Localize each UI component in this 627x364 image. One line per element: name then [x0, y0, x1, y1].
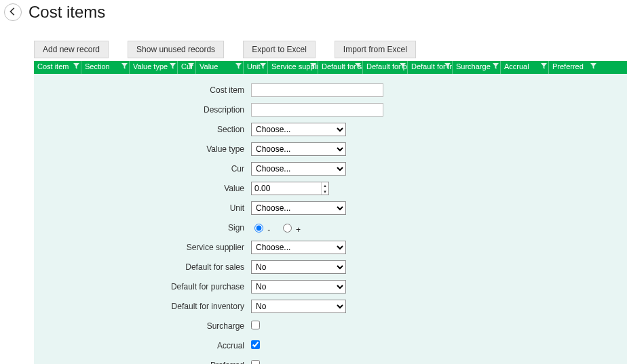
filter-icon[interactable] [310, 63, 316, 69]
spin-up-icon[interactable]: ▲ [322, 182, 328, 188]
cost-item-input[interactable] [251, 83, 383, 97]
filter-icon[interactable] [121, 63, 128, 69]
grid-col-label: Value [200, 62, 218, 70]
grid-col-label: Unit [247, 62, 261, 70]
spin-down-icon[interactable]: ▼ [322, 188, 328, 195]
export-to-excel-button[interactable]: Export to Excel [243, 41, 316, 58]
filter-icon[interactable] [541, 63, 547, 69]
unit-select[interactable]: Choose... [251, 201, 346, 215]
label-surcharge: Surcharge [48, 321, 251, 331]
default-inventory-select[interactable]: No [251, 300, 346, 313]
label-description: Description [48, 105, 251, 115]
sign-plus-radio[interactable]: + [280, 225, 301, 235]
grid-col-12[interactable]: Preferred [549, 61, 598, 74]
grid-col-0[interactable]: Cost item [34, 61, 81, 74]
import-from-excel-button[interactable]: Import from Excel [335, 41, 416, 58]
value-input[interactable] [252, 182, 321, 195]
filter-icon[interactable] [170, 63, 176, 69]
back-button[interactable] [4, 3, 22, 21]
filter-icon[interactable] [235, 63, 242, 69]
grid-col-2[interactable]: Value type [130, 61, 178, 74]
filter-icon[interactable] [590, 63, 596, 69]
grid-col-label: Surcharge [456, 62, 491, 70]
cur-select[interactable]: Choose... [251, 162, 346, 176]
filter-icon[interactable] [493, 63, 499, 69]
label-default-sales: Default for sales [48, 262, 251, 272]
value-stepper[interactable]: ▲ ▼ [251, 182, 329, 195]
label-unit: Unit [48, 203, 251, 213]
grid-header: Cost itemSectionValue typeCurValueUnitSe… [34, 61, 627, 74]
grid-col-label: Value type [133, 62, 168, 70]
filter-icon[interactable] [260, 63, 266, 69]
grid-col-11[interactable]: Accrual [501, 61, 549, 74]
edit-form: Cost item Description Section Choose... … [34, 74, 627, 364]
toolbar: Add new record Show unused records Expor… [0, 41, 627, 58]
default-purchase-select[interactable]: No [251, 280, 346, 294]
default-sales-select[interactable]: No [251, 260, 346, 274]
label-section: Section [48, 125, 251, 134]
grid-col-9[interactable]: Default for inventory [408, 61, 453, 74]
filter-icon[interactable] [355, 63, 361, 69]
value-type-select[interactable]: Choose... [251, 142, 346, 156]
grid-col-label: Section [85, 62, 110, 70]
surcharge-checkbox[interactable] [251, 321, 260, 329]
grid-col-8[interactable]: Default for purchase [363, 61, 408, 74]
sign-minus-radio[interactable]: - [251, 225, 270, 235]
grid-col-4[interactable]: Value [196, 61, 244, 74]
label-preferred: Preferred [48, 361, 251, 364]
grid-col-5[interactable]: Unit [244, 61, 268, 74]
filter-icon[interactable] [444, 63, 451, 69]
label-cost-item: Cost item [48, 85, 251, 95]
service-supplier-select[interactable]: Choose... [251, 241, 346, 254]
grid-col-1[interactable]: Section [81, 61, 130, 74]
grid-col-label: Accrual [504, 62, 529, 70]
accrual-checkbox[interactable] [251, 340, 260, 349]
filter-icon[interactable] [400, 63, 406, 69]
grid-col-label: Preferred [552, 62, 584, 70]
add-new-record-button[interactable]: Add new record [34, 41, 109, 58]
show-unused-records-button[interactable]: Show unused records [128, 41, 224, 58]
arrow-left-icon [8, 7, 18, 18]
grid-col-6[interactable]: Service supplier [268, 61, 318, 74]
preferred-checkbox[interactable] [251, 360, 260, 364]
label-cur: Cur [48, 164, 251, 174]
section-select[interactable]: Choose... [251, 123, 346, 136]
label-default-inventory: Default for inventory [48, 302, 251, 311]
label-service-supplier: Service supplier [48, 243, 251, 252]
label-sign: Sign [48, 223, 251, 232]
grid-col-label: Cost item [37, 62, 69, 70]
page-title: Cost items [28, 3, 105, 22]
description-input[interactable] [251, 103, 383, 117]
filter-icon[interactable] [73, 63, 79, 69]
label-default-purchase: Default for purchase [48, 282, 251, 291]
filter-icon[interactable] [188, 63, 194, 69]
label-value-type: Value type [48, 144, 251, 154]
grid-col-7[interactable]: Default for sales [318, 61, 363, 74]
label-value: Value [48, 184, 251, 193]
grid-col-3[interactable]: Cur [178, 61, 196, 74]
grid-col-10[interactable]: Surcharge [453, 61, 501, 74]
label-accrual: Accrual [48, 341, 251, 350]
